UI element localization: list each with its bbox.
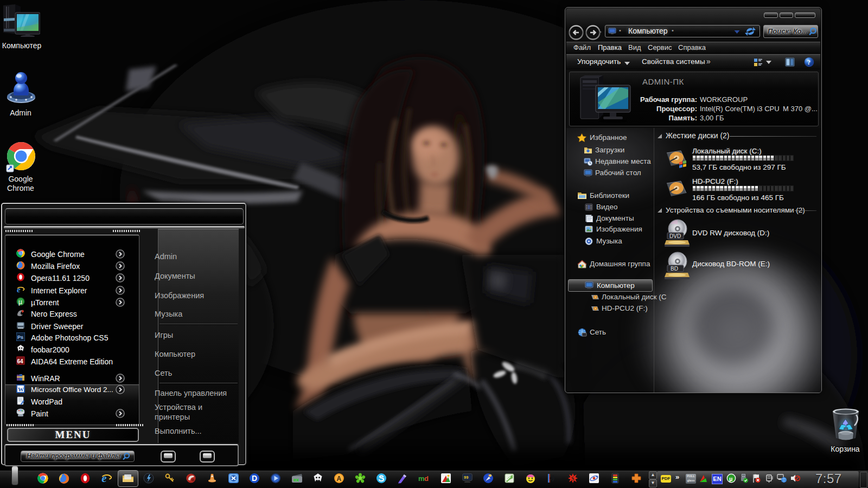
svg-text:99: 99 xyxy=(464,476,468,480)
svg-text:S: S xyxy=(571,476,575,481)
svg-text:D: D xyxy=(252,474,257,483)
svg-text:BD: BD xyxy=(671,266,678,272)
svg-text:?: ? xyxy=(807,59,810,66)
svg-text:µ: µ xyxy=(729,476,732,482)
svg-text:e: e xyxy=(101,472,106,484)
svg-text:64: 64 xyxy=(17,358,24,364)
svg-text:W: W xyxy=(18,386,24,393)
svg-text:ex: ex xyxy=(293,477,299,483)
svg-text:DVD: DVD xyxy=(669,233,681,239)
svg-text:m: m xyxy=(418,474,425,483)
svg-text:Ps: Ps xyxy=(17,335,23,340)
svg-text:µ: µ xyxy=(18,298,22,306)
svg-text:A: A xyxy=(337,475,342,483)
svg-text:d: d xyxy=(424,474,429,483)
svg-text:e: e xyxy=(17,285,21,294)
